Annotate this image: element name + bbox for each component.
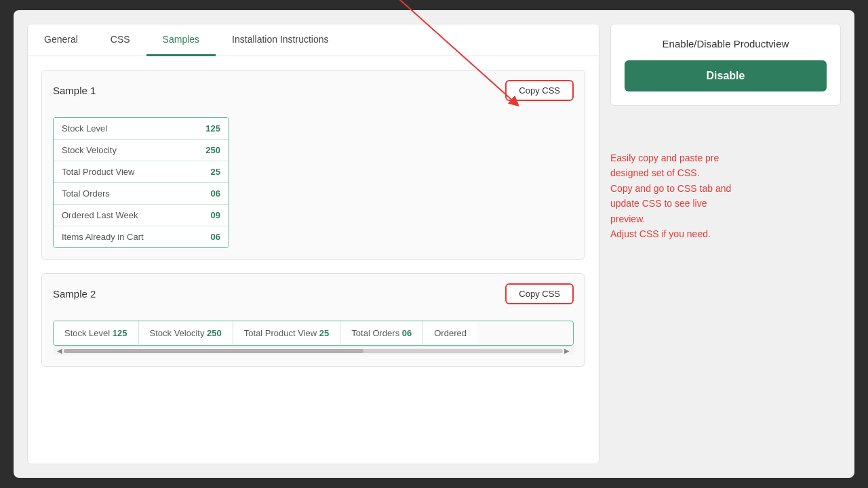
- scrollbar[interactable]: ◀ ▶: [53, 346, 574, 355]
- h-cell-label: Total Product View: [244, 328, 317, 338]
- table-row: Total Product View 25: [54, 161, 229, 183]
- scrollbar-track[interactable]: [64, 349, 563, 353]
- sample2-table: Stock Level 125 Stock Velocity 250 Total…: [54, 321, 573, 345]
- row-label: Stock Level: [62, 123, 107, 134]
- sample2-table-wrapper[interactable]: Stock Level 125 Stock Velocity 250 Total…: [53, 321, 574, 346]
- row-value: 250: [205, 145, 220, 155]
- annotation-text: Easily copy and paste predesigned set of…: [610, 144, 841, 248]
- h-cell-value: 250: [207, 328, 222, 338]
- row-value: 125: [205, 123, 220, 134]
- sample2-container: Sample 2 Copy CSS Stock Level 125 Stock …: [41, 273, 585, 367]
- annotation-area: Easily copy and paste predesigned set of…: [610, 117, 841, 464]
- disable-button[interactable]: Disable: [625, 60, 827, 92]
- sample1-title: Sample 1: [53, 85, 96, 96]
- main-content: Sample 1 Copy CSS Stock Level 125 Stock …: [28, 56, 599, 394]
- h-cell-value: 25: [319, 328, 329, 338]
- enable-disable-title: Enable/Disable Productview: [625, 38, 827, 49]
- table-row: Total Orders 06: [54, 183, 229, 205]
- row-value: 06: [211, 188, 220, 199]
- sample1-copy-css-button[interactable]: Copy CSS: [505, 80, 574, 101]
- sample2-title: Sample 2: [53, 288, 96, 300]
- h-cell: Stock Velocity 250: [139, 321, 233, 345]
- row-value: 09: [211, 210, 220, 220]
- table-row: Items Already in Cart 06: [54, 226, 229, 247]
- main-panel: General CSS Samples Installation Instruc…: [27, 24, 599, 464]
- row-label: Ordered Last Week: [62, 210, 138, 220]
- scroll-right-arrow[interactable]: ▶: [563, 347, 571, 355]
- scroll-left-arrow[interactable]: ◀: [56, 347, 64, 355]
- h-cell: Total Product View 25: [233, 321, 341, 345]
- sample1-header: Sample 1 Copy CSS: [42, 70, 585, 110]
- scrollbar-thumb[interactable]: [64, 349, 363, 353]
- h-cell: Stock Level 125: [54, 321, 139, 345]
- enable-disable-card: Enable/Disable Productview Disable: [610, 24, 841, 106]
- h-cell-label: Ordered: [434, 328, 467, 338]
- row-label: Total Orders: [62, 188, 110, 199]
- row-value: 06: [211, 232, 220, 242]
- tab-installation[interactable]: Installation Instructions: [216, 24, 344, 56]
- right-panel: Enable/Disable Productview Disable Easil…: [610, 24, 841, 464]
- table-row: Stock Level 125: [54, 118, 229, 140]
- outer-wrapper: General CSS Samples Installation Instruc…: [14, 10, 854, 478]
- sample2-copy-css-button[interactable]: Copy CSS: [505, 283, 574, 304]
- h-cell-label: Total Orders: [351, 328, 399, 338]
- row-label: Total Product View: [62, 167, 134, 177]
- table-row: Ordered Last Week 09: [54, 205, 229, 226]
- h-cell-label: Stock Level: [64, 328, 110, 338]
- sample2-body: Stock Level 125 Stock Velocity 250 Total…: [42, 314, 585, 366]
- sample1-container: Sample 1 Copy CSS Stock Level 125 Stock …: [41, 70, 585, 260]
- tabs-bar: General CSS Samples Installation Instruc…: [28, 24, 599, 56]
- sample1-body: Stock Level 125 Stock Velocity 250 Total…: [42, 110, 585, 259]
- table-row: Stock Velocity 250: [54, 140, 229, 161]
- sample2-header: Sample 2 Copy CSS: [42, 274, 585, 314]
- tab-css[interactable]: CSS: [94, 24, 146, 56]
- row-value: 25: [211, 167, 220, 177]
- h-cell-label: Stock Velocity: [150, 328, 205, 338]
- tab-samples[interactable]: Samples: [146, 24, 216, 56]
- h-cell: Total Orders 06: [340, 321, 423, 345]
- h-cell: Ordered: [423, 321, 477, 345]
- tab-general[interactable]: General: [28, 24, 94, 56]
- h-cell-value: 125: [113, 328, 127, 338]
- sample1-table: Stock Level 125 Stock Velocity 250 Total…: [53, 117, 229, 248]
- row-label: Items Already in Cart: [62, 232, 144, 242]
- h-cell-value: 06: [402, 328, 412, 338]
- row-label: Stock Velocity: [62, 145, 117, 155]
